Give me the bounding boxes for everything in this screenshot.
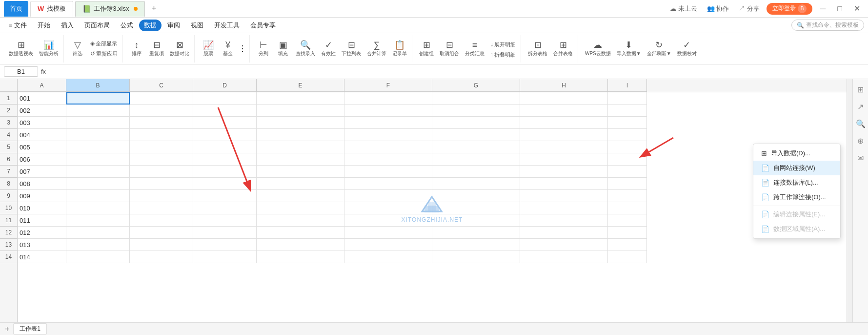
- cell-D7[interactable]: [193, 166, 257, 178]
- cell-D6[interactable]: [193, 153, 257, 166]
- cell-reference[interactable]: B1: [4, 66, 38, 77]
- toolbar-smart-analysis[interactable]: 📊 智能分析: [37, 40, 61, 58]
- cell-I7[interactable]: [608, 166, 647, 178]
- cell-F6[interactable]: [344, 153, 432, 166]
- vertical-scrollbar[interactable]: [847, 79, 852, 322]
- cell-I14[interactable]: [608, 251, 647, 263]
- toolbar-fund[interactable]: ¥ 基金: [219, 40, 237, 58]
- cell-D4[interactable]: [193, 129, 257, 141]
- expand-icon[interactable]: ⋮: [239, 44, 246, 53]
- cell-E11[interactable]: [257, 214, 344, 227]
- cell-G7[interactable]: [432, 166, 520, 178]
- sidebar-link-icon[interactable]: ↗: [855, 100, 866, 113]
- cell-F9[interactable]: [344, 190, 432, 202]
- sidebar-add-icon[interactable]: ⊕: [855, 134, 866, 147]
- cell-E13[interactable]: [257, 239, 344, 251]
- cell-D1[interactable]: [193, 92, 257, 105]
- cell-G9[interactable]: [432, 190, 520, 202]
- menu-formula[interactable]: 公式: [116, 20, 138, 31]
- cell-D10[interactable]: [193, 202, 257, 214]
- sidebar-grid-icon[interactable]: ⊞: [855, 83, 866, 96]
- cell-D2[interactable]: [193, 105, 257, 117]
- close-button[interactable]: ✕: [850, 4, 864, 13]
- cloud-btn[interactable]: ☁ 未上云: [667, 3, 700, 14]
- cell-A12[interactable]: 012: [18, 227, 66, 239]
- menu-data[interactable]: 数据: [139, 20, 161, 31]
- cell-H9[interactable]: [520, 190, 608, 202]
- col-header-H[interactable]: H: [520, 79, 608, 92]
- cell-E5[interactable]: [257, 141, 344, 153]
- cell-B7[interactable]: [66, 166, 130, 178]
- menu-insert[interactable]: 插入: [56, 20, 79, 31]
- cell-B11[interactable]: [66, 214, 130, 227]
- row-header-3[interactable]: 3: [0, 117, 17, 129]
- cell-I1[interactable]: [608, 92, 647, 105]
- cell-E7[interactable]: [257, 166, 344, 178]
- col-header-A[interactable]: A: [18, 79, 66, 92]
- cell-I6[interactable]: [608, 153, 647, 166]
- toolbar-subtotal[interactable]: ≡ 分类汇总: [463, 40, 486, 58]
- share-btn[interactable]: ↗ 分享: [736, 3, 763, 14]
- cell-D9[interactable]: [193, 190, 257, 202]
- cell-I11[interactable]: [608, 214, 647, 227]
- toolbar-filter[interactable]: ▽ 筛选: [69, 40, 86, 58]
- tab-wps[interactable]: W 找模板: [30, 1, 73, 17]
- col-header-B[interactable]: B: [66, 79, 130, 92]
- cell-A5[interactable]: 005: [18, 141, 66, 153]
- row-header-8[interactable]: 8: [0, 178, 17, 190]
- toolbar-group-data[interactable]: ⊞ 创建组: [417, 40, 436, 58]
- collab-btn[interactable]: 👥 协作: [704, 3, 732, 14]
- toolbar-wps-cloud[interactable]: ☁ WPS云数据: [583, 40, 613, 58]
- row-header-7[interactable]: 7: [0, 166, 17, 178]
- cell-H10[interactable]: [520, 202, 608, 214]
- dropdown-workbook-connect[interactable]: 📄 跨工作簿连接(O)...: [753, 190, 840, 205]
- cell-G4[interactable]: [432, 129, 520, 141]
- cell-G14[interactable]: [432, 251, 520, 263]
- toolbar-consolidate[interactable]: ∑ 合并计算: [365, 40, 388, 58]
- row-header-2[interactable]: 2: [0, 105, 17, 117]
- cell-F5[interactable]: [344, 141, 432, 153]
- minimize-button[interactable]: ─: [816, 4, 829, 13]
- cell-H13[interactable]: [520, 239, 608, 251]
- cell-E12[interactable]: [257, 227, 344, 239]
- cell-C2[interactable]: [130, 105, 193, 117]
- col-header-G[interactable]: G: [432, 79, 520, 92]
- toolbar-ungroup[interactable]: ⊟ 取消组合: [438, 40, 461, 58]
- cell-C12[interactable]: [130, 227, 193, 239]
- toolbar-validation[interactable]: ✓ 有效性: [319, 40, 338, 58]
- cell-F11[interactable]: [344, 214, 432, 227]
- cell-F10[interactable]: [344, 202, 432, 214]
- cell-G5[interactable]: [432, 141, 520, 153]
- toolbar-split-table[interactable]: ⊡ 拆分表格: [526, 40, 549, 58]
- cell-I12[interactable]: [608, 227, 647, 239]
- cell-H8[interactable]: [520, 178, 608, 190]
- cell-G10[interactable]: [432, 202, 520, 214]
- cell-E8[interactable]: [257, 178, 344, 190]
- cell-I3[interactable]: [608, 117, 647, 129]
- cell-B3[interactable]: [66, 117, 130, 129]
- cell-C7[interactable]: [130, 166, 193, 178]
- cell-D13[interactable]: [193, 239, 257, 251]
- cell-F1[interactable]: [344, 92, 432, 105]
- cell-G2[interactable]: [432, 105, 520, 117]
- toolbar-merge-table[interactable]: ⊞ 合并表格: [551, 40, 575, 58]
- cell-G6[interactable]: [432, 153, 520, 166]
- cell-I13[interactable]: [608, 239, 647, 251]
- cell-B6[interactable]: [66, 153, 130, 166]
- cell-I5[interactable]: [608, 141, 647, 153]
- formula-input[interactable]: [49, 68, 864, 75]
- toolbar-data-compare[interactable]: ⊠ 数据对比: [168, 40, 191, 58]
- col-header-C[interactable]: C: [130, 79, 193, 92]
- cell-C6[interactable]: [130, 153, 193, 166]
- cell-D12[interactable]: [193, 227, 257, 239]
- cell-B9[interactable]: [66, 190, 130, 202]
- col-header-D[interactable]: D: [193, 79, 257, 92]
- cell-I8[interactable]: [608, 178, 647, 190]
- cell-C11[interactable]: [130, 214, 193, 227]
- cell-H6[interactable]: [520, 153, 608, 166]
- cell-B4[interactable]: [66, 129, 130, 141]
- cell-E2[interactable]: [257, 105, 344, 117]
- dropdown-web-connect[interactable]: 📄 自网站连接(W): [753, 161, 840, 175]
- menu-file[interactable]: ≡ 文件: [4, 20, 32, 31]
- col-header-F[interactable]: F: [344, 79, 432, 92]
